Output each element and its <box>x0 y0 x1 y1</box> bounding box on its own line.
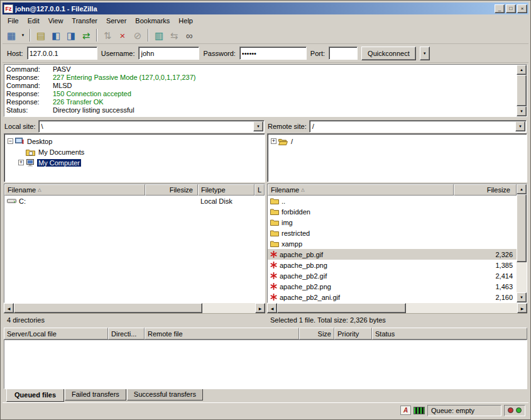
username-input[interactable] <box>138 47 199 60</box>
toggle-local-tree-button[interactable]: ◧ <box>48 28 63 42</box>
minimize-button[interactable]: _ <box>495 4 505 13</box>
tree-expander-icon[interactable]: + <box>271 138 276 144</box>
port-input[interactable] <box>329 47 358 60</box>
remote-list-scrollbar[interactable]: ▲ ▼ <box>517 184 527 302</box>
port-label: Port: <box>310 50 325 57</box>
scroll-down-icon[interactable]: ▼ <box>517 292 527 302</box>
file-row[interactable]: C: Local Disk <box>4 196 265 206</box>
local-site-combo[interactable]: \ ▼ <box>38 120 265 133</box>
password-input[interactable] <box>239 47 307 60</box>
toolbar-separator <box>148 29 149 41</box>
cancel-button[interactable]: × <box>115 28 130 42</box>
menu-edit[interactable]: Edit <box>23 15 44 26</box>
remote-site-combo[interactable]: / ▼ <box>309 120 527 133</box>
file-name: .. <box>282 197 285 205</box>
scrollbar-track[interactable] <box>517 262 527 292</box>
toggle-message-log-button[interactable]: ▤ <box>33 28 48 42</box>
file-name: apache_pb2.gif <box>280 272 327 280</box>
toolbar-button-icon: ⊘ <box>134 31 142 40</box>
scroll-right-icon[interactable]: ▶ <box>517 303 527 313</box>
queue-col-remote-file[interactable]: Remote file <box>145 328 299 340</box>
sync-browsing-button[interactable]: ⇆ <box>167 28 182 42</box>
queue-col-direction[interactable]: Directi... <box>108 328 145 340</box>
scroll-left-icon[interactable]: ◀ <box>267 303 277 313</box>
toolbar-button-icon: ▼ <box>21 33 25 37</box>
tree-item-desktop[interactable]: − Desktop <box>4 136 265 146</box>
log-line: Response: 226 Transfer OK <box>6 98 515 106</box>
host-input[interactable] <box>27 47 97 60</box>
file-row[interactable]: .. <box>268 196 517 206</box>
scroll-up-icon[interactable]: ▲ <box>517 65 527 75</box>
tree-item-my-documents[interactable]: My Documents <box>4 146 265 157</box>
file-row[interactable]: apache_pb.png 1,385 <box>268 260 517 270</box>
remote-filename-column[interactable]: Filename △ <box>268 184 454 196</box>
file-row[interactable]: forbidden <box>268 206 517 217</box>
scroll-right-icon[interactable]: ▶ <box>255 303 265 313</box>
scrollbar-thumb[interactable] <box>517 194 527 262</box>
menu-server[interactable]: Server <box>102 15 131 26</box>
tab-successful-transfers[interactable]: Successful transfers <box>127 389 203 401</box>
local-horizontal-scrollbar[interactable]: ◀ ▶ <box>4 303 265 313</box>
queue-col-status[interactable]: Status <box>372 328 527 340</box>
menu-view[interactable]: View <box>44 15 68 26</box>
scroll-up-icon[interactable]: ▲ <box>517 184 527 194</box>
site-manager-dropdown[interactable]: ▼ <box>19 28 27 42</box>
queue-col-priority[interactable]: Priority <box>334 328 372 340</box>
file-row[interactable]: apache_pb2.gif 2,414 <box>268 270 517 281</box>
file-row[interactable]: xampp <box>268 238 517 249</box>
maximize-button[interactable]: □ <box>506 4 516 13</box>
file-row[interactable]: apache_pb.gif 2,326 <box>268 249 517 260</box>
log-line: Response: 227 Entering Passive Mode (127… <box>6 74 515 82</box>
scrollbar-track[interactable] <box>202 303 255 313</box>
scrollbar-track[interactable] <box>406 303 517 313</box>
scrollbar-thumb[interactable] <box>277 303 406 313</box>
tab-failed-transfers[interactable]: Failed transfers <box>65 389 126 401</box>
quickconnect-dropdown[interactable]: ▼ <box>420 47 430 60</box>
quickconnect-button[interactable]: Quickconnect <box>361 47 416 60</box>
file-row[interactable]: restricted <box>268 228 517 238</box>
log-scrollbar[interactable]: ▲ ▼ <box>517 65 527 116</box>
tree-expander-icon[interactable]: + <box>18 160 24 165</box>
combo-arrow-icon[interactable]: ▼ <box>515 121 525 131</box>
log-line-text: MLSD <box>53 82 72 90</box>
tree-item-root[interactable]: + / <box>268 136 527 146</box>
disconnect-button[interactable]: ⊘ <box>130 28 145 42</box>
file-row[interactable]: apache_pb2_ani.gif 2,160 <box>268 292 517 302</box>
scrollbar-thumb[interactable] <box>517 75 527 106</box>
tree-expander-icon[interactable]: − <box>8 138 13 144</box>
file-row[interactable]: apache_pb2.png 1,463 <box>268 281 517 292</box>
queue-col-local-file[interactable]: Server/Local file <box>4 328 108 340</box>
close-button[interactable]: × <box>517 4 527 13</box>
scroll-down-icon[interactable]: ▼ <box>517 106 527 116</box>
toggle-remote-tree-button[interactable]: ◨ <box>63 28 79 42</box>
combo-arrow-icon[interactable]: ▼ <box>253 121 263 131</box>
local-filename-column[interactable]: Filename △ <box>4 184 145 196</box>
scrollbar-thumb[interactable] <box>14 303 202 313</box>
toolbar-separator <box>30 29 31 41</box>
process-queue-button[interactable]: ⇅ <box>100 28 115 42</box>
remote-filesize-column[interactable]: Filesize <box>454 184 517 196</box>
menu-file[interactable]: File <box>3 15 23 26</box>
local-filetype-column[interactable]: Filetype <box>198 184 255 196</box>
remote-list-body: .. forbidden <box>268 196 517 302</box>
directory-comparison-button[interactable]: ▥ <box>151 28 167 42</box>
menu-bookmarks[interactable]: Bookmarks <box>131 15 174 26</box>
tree-item-my-computer[interactable]: + My Computer <box>4 157 265 168</box>
queue-col-size[interactable]: Size <box>299 328 334 340</box>
file-name: apache_pb.gif <box>280 251 323 258</box>
local-lastmodified-column[interactable]: L <box>255 184 265 196</box>
file-row[interactable]: img <box>268 217 517 228</box>
menu-help[interactable]: Help <box>174 15 197 26</box>
local-filesize-column[interactable]: Filesize <box>145 184 198 196</box>
find-files-button[interactable]: ∞ <box>182 28 197 42</box>
refresh-button[interactable]: ⇄ <box>79 28 94 42</box>
remote-pane: Remote site: / ▼ + / <box>267 119 527 326</box>
menu-transfer[interactable]: Transfer <box>67 15 102 26</box>
site-manager-button[interactable]: ▦ <box>4 28 19 42</box>
tab-queued-files[interactable]: Queued files <box>6 389 64 402</box>
browser-panes: Local site: \ ▼ − Desktop <box>4 119 527 326</box>
scroll-left-icon[interactable]: ◀ <box>4 303 14 313</box>
remote-horizontal-scrollbar[interactable]: ◀ ▶ <box>267 303 527 313</box>
file-size: 1,463 <box>454 283 517 290</box>
titlebar[interactable]: Fz john@127.0.0.1 - FileZilla _ □ × <box>3 3 528 14</box>
